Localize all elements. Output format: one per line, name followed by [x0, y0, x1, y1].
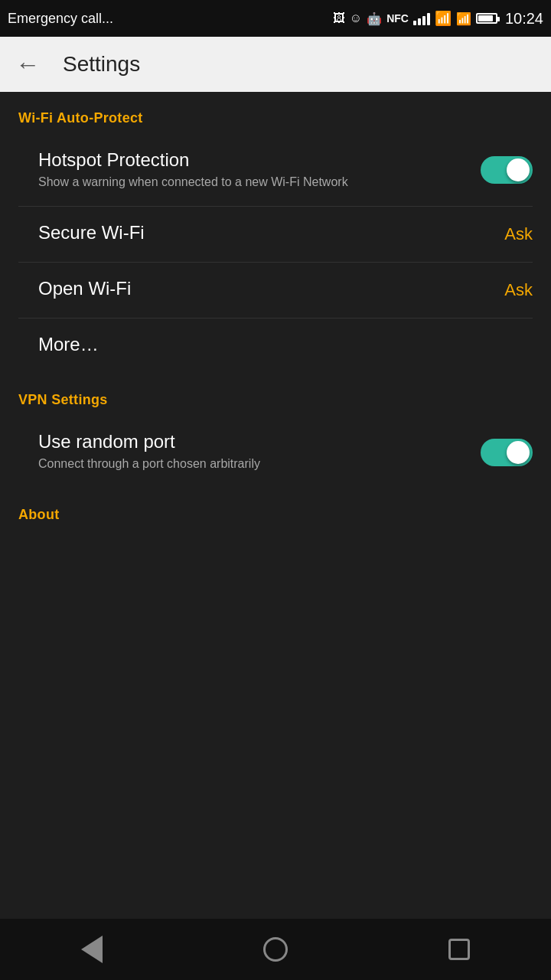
secure-wifi-title: Secure Wi-Fi	[38, 222, 492, 243]
random-port-title: Use random port	[38, 431, 468, 452]
home-nav-icon	[263, 937, 288, 962]
signal-icon	[413, 11, 430, 25]
open-wifi-value: Ask	[504, 280, 533, 300]
vpn-section-header: VPN Settings	[0, 374, 551, 416]
more-item[interactable]: More…	[0, 318, 551, 374]
random-port-toggle[interactable]	[481, 439, 533, 466]
battery-icon	[476, 13, 497, 24]
open-wifi-text: Open Wi-Fi	[38, 278, 492, 302]
secure-wifi-text: Secure Wi-Fi	[38, 222, 492, 247]
nfc-icon: NFC	[386, 12, 409, 24]
back-nav-icon	[81, 936, 103, 963]
back-button[interactable]: ←	[15, 52, 40, 77]
random-port-item[interactable]: Use random port Connect through a port c…	[0, 416, 551, 488]
toggle-track-2	[481, 439, 533, 466]
wifi-section-header: Wi-Fi Auto-Protect	[0, 92, 551, 134]
settings-content: Wi-Fi Auto-Protect Hotspot Protection Sh…	[0, 92, 551, 919]
open-wifi-title: Open Wi-Fi	[38, 278, 492, 299]
wifi-icon: 📶	[435, 10, 452, 27]
hotspot-protection-toggle[interactable]	[481, 156, 533, 184]
home-nav-button[interactable]	[253, 926, 298, 972]
back-nav-button[interactable]	[69, 926, 115, 972]
open-wifi-item[interactable]: Open Wi-Fi Ask	[0, 263, 551, 318]
secure-wifi-value: Ask	[504, 224, 533, 244]
status-bar: Emergency call... 🖼 ☺ 🤖 NFC 📶 📶 10:24	[0, 0, 551, 37]
more-text: More…	[38, 334, 533, 358]
hotspot-protection-text: Hotspot Protection Show a warning when c…	[38, 149, 468, 191]
hotspot-protection-subtitle: Show a warning when connected to a new W…	[38, 174, 406, 191]
random-port-subtitle: Connect through a port chosen arbitraril…	[38, 456, 406, 472]
status-icons: 🖼 ☺ 🤖 NFC 📶 📶 10:24	[333, 10, 543, 28]
face-icon: ☺	[350, 11, 362, 25]
more-title: More…	[38, 334, 533, 355]
sim-icon: 📶	[456, 11, 471, 26]
emergency-call-text: Emergency call...	[8, 11, 113, 27]
toolbar: ← Settings	[0, 37, 551, 92]
random-port-text: Use random port Connect through a port c…	[38, 431, 468, 472]
page-title: Settings	[63, 52, 140, 77]
android-icon: 🤖	[367, 11, 382, 26]
about-section-header: About	[0, 488, 551, 531]
hotspot-protection-item[interactable]: Hotspot Protection Show a warning when c…	[0, 134, 551, 206]
toggle-thumb	[507, 158, 530, 181]
toggle-track	[481, 156, 533, 184]
bottom-nav	[0, 919, 551, 980]
recents-nav-button[interactable]	[436, 926, 482, 972]
toggle-thumb-2	[507, 441, 530, 464]
status-time: 10:24	[505, 10, 543, 28]
photo-icon: 🖼	[333, 11, 345, 25]
secure-wifi-item[interactable]: Secure Wi-Fi Ask	[0, 207, 551, 262]
hotspot-protection-title: Hotspot Protection	[38, 149, 468, 171]
recents-nav-icon	[448, 939, 470, 960]
